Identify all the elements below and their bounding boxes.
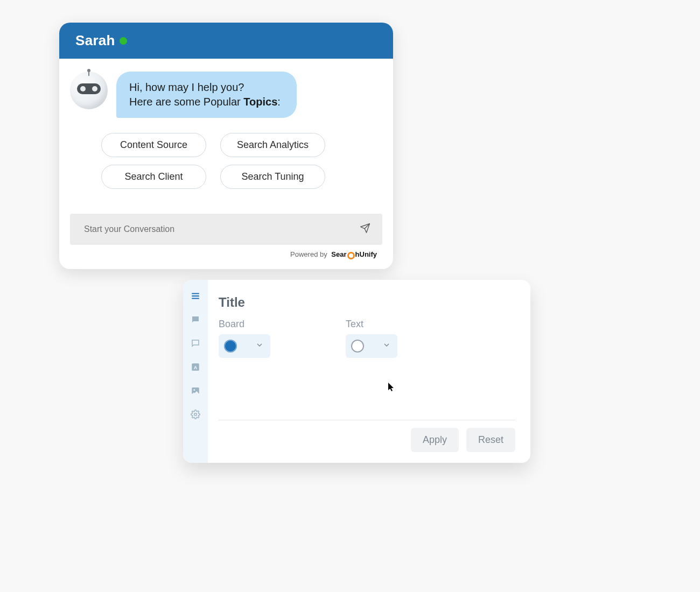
topic-pill-grid: Content Source Search Analytics Search C… — [101, 133, 378, 189]
apply-button[interactable]: Apply — [411, 428, 459, 452]
sidebar-font-icon[interactable]: A — [190, 362, 201, 372]
bot-message-line1: Hi, how may I help you? — [129, 80, 281, 95]
bot-message-line2: Here are some Popular Topics: — [129, 95, 281, 109]
sidebar-gear-icon[interactable] — [190, 409, 201, 420]
powered-by: Powered by SearhUnify — [59, 248, 393, 269]
svg-text:A: A — [194, 365, 198, 370]
board-color-picker[interactable] — [219, 334, 270, 358]
reset-button[interactable]: Reset — [466, 428, 515, 452]
brand-o-icon — [347, 252, 355, 259]
bot-avatar — [70, 72, 108, 109]
color-picker-row: Board Text — [219, 319, 515, 358]
text-color-swatch — [351, 340, 364, 353]
text-color-label: Text — [346, 319, 397, 330]
sidebar-chat-filled-icon[interactable] — [190, 314, 201, 325]
bot-message-row: Hi, how may I help you? Here are some Po… — [70, 72, 378, 118]
chat-body: Hi, how may I help you? Here are some Po… — [59, 59, 393, 194]
chevron-down-icon — [382, 341, 391, 351]
sidebar-image-icon[interactable] — [190, 385, 201, 396]
chat-header: Sarah — [59, 23, 393, 59]
settings-main: Title Board Text — [208, 280, 530, 463]
settings-panel: A Title Board Text — [183, 280, 530, 463]
settings-sidebar: A — [183, 280, 208, 463]
chat-input-placeholder: Start your Conversation — [84, 224, 360, 234]
brand-logo: SearhUnify — [331, 250, 377, 258]
bot-message-bubble: Hi, how may I help you? Here are some Po… — [116, 72, 297, 118]
settings-actions: Apply Reset — [219, 420, 515, 452]
online-status-dot — [120, 37, 127, 45]
chevron-down-icon — [255, 341, 264, 351]
text-color-block: Text — [346, 319, 397, 358]
topic-search-tuning[interactable]: Search Tuning — [220, 165, 325, 189]
sidebar-list-icon[interactable] — [190, 291, 201, 301]
board-color-swatch — [224, 340, 237, 353]
chat-widget: Sarah Hi, how may I help you? Here are s… — [59, 23, 393, 269]
chat-input-row[interactable]: Start your Conversation — [70, 214, 382, 245]
topic-search-client[interactable]: Search Client — [101, 165, 206, 189]
board-color-label: Board — [219, 319, 270, 330]
send-icon[interactable] — [360, 223, 370, 236]
text-color-picker[interactable] — [346, 334, 397, 358]
board-color-block: Board — [219, 319, 270, 358]
settings-title: Title — [219, 295, 515, 310]
svg-point-6 — [193, 389, 195, 391]
sidebar-chat-outline-icon[interactable] — [190, 338, 201, 349]
svg-point-7 — [194, 413, 197, 416]
agent-name: Sarah — [75, 32, 115, 49]
topic-search-analytics[interactable]: Search Analytics — [220, 133, 325, 157]
topic-content-source[interactable]: Content Source — [101, 133, 206, 157]
